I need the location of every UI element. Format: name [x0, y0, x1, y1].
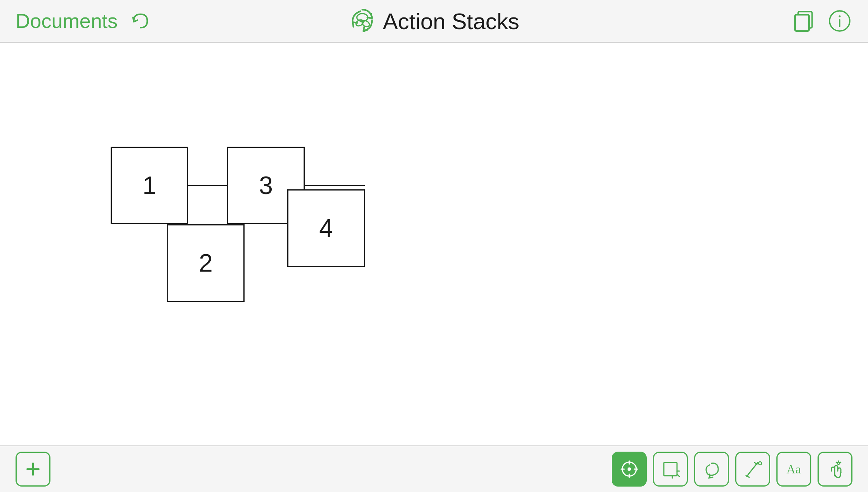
- svg-point-1: [355, 19, 364, 27]
- svg-line-28: [755, 463, 757, 465]
- svg-line-21: [677, 474, 679, 476]
- diagram-svg: [0, 43, 868, 445]
- svg-line-27: [746, 476, 749, 477]
- toolbar-left: [16, 452, 50, 487]
- header-right: [736, 9, 852, 34]
- svg-point-25: [759, 462, 762, 465]
- block-4[interactable]: 4: [287, 189, 365, 267]
- header: Documents Action Stacks: [0, 0, 868, 43]
- block-2[interactable]: 2: [167, 224, 245, 302]
- svg-text:Aa: Aa: [786, 462, 801, 476]
- svg-line-33: [836, 462, 837, 463]
- documents-link[interactable]: Documents: [16, 9, 118, 33]
- svg-point-8: [839, 15, 841, 17]
- header-left: Documents: [16, 9, 152, 33]
- toolbar-right: Aa: [612, 452, 852, 487]
- info-button[interactable]: [827, 9, 852, 34]
- app-icon: [349, 7, 376, 35]
- add-button[interactable]: [16, 452, 50, 487]
- page-title: Action Stacks: [383, 8, 519, 34]
- select-tool-button[interactable]: [612, 452, 647, 487]
- canvas[interactable]: 1 2 3 4: [0, 43, 868, 445]
- svg-line-23: [709, 477, 713, 478]
- block-1[interactable]: 1: [111, 147, 188, 224]
- frame-tool-button[interactable]: [653, 452, 688, 487]
- undo-button[interactable]: [129, 10, 152, 32]
- copy-button[interactable]: [791, 9, 816, 34]
- toolbar: Aa: [0, 445, 868, 492]
- svg-rect-4: [795, 15, 809, 31]
- svg-point-14: [628, 468, 630, 470]
- header-center: Action Stacks: [349, 7, 519, 35]
- lasso-tool-button[interactable]: [694, 452, 729, 487]
- text-tool-button[interactable]: Aa: [776, 452, 811, 487]
- gesture-tool-button[interactable]: [818, 452, 852, 487]
- svg-rect-19: [664, 463, 677, 476]
- pen-tool-button[interactable]: [735, 452, 770, 487]
- svg-line-32: [840, 462, 841, 463]
